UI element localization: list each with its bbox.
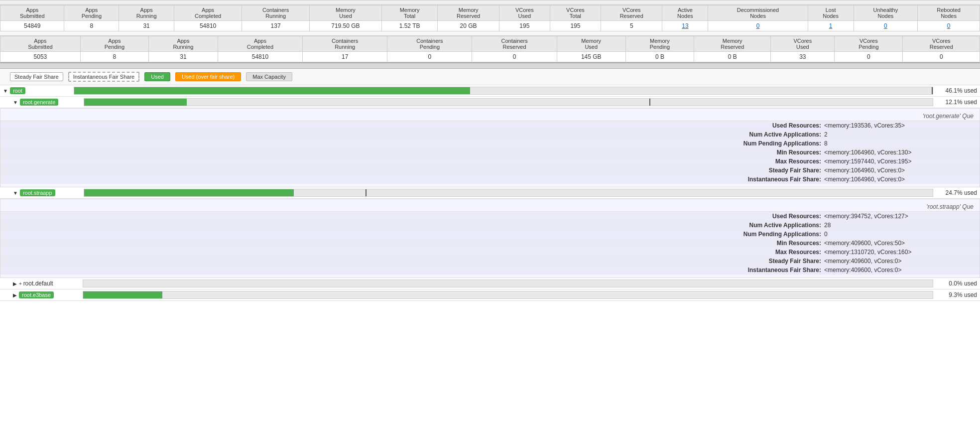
user-metrics-title — [0, 31, 980, 36]
user-col-header-4: ContainersRunning — [303, 36, 387, 52]
detail-row-2-2: Num Pending Applications:0 — [0, 230, 980, 239]
detail-val-2-4: <memory:1310720, vCores:160> — [824, 249, 974, 256]
cluster-col-header-12: DecommissionedNodes — [708, 5, 808, 21]
detail-val-2-2: 0 — [824, 231, 974, 238]
cluster-metrics-title — [0, 0, 980, 5]
user-col-header-2: AppsRunning — [149, 36, 218, 52]
legend-used-over: Used (over fair share) — [175, 72, 241, 81]
queue-row-0[interactable]: ▼root46.1% used — [0, 85, 980, 97]
detail-row-1-0: Used Resources:<memory:193536, vCores:35… — [0, 121, 980, 130]
cluster-col-val-1: 8 — [64, 21, 119, 31]
user-col-header-1: AppsPending — [80, 36, 148, 52]
cluster-col-header-8: VCoresUsed — [499, 5, 550, 21]
queue-percent-0: 46.1% used — [937, 87, 977, 94]
queue-row-4[interactable]: ▶root.e3base9.3% used — [0, 289, 980, 301]
cluster-col-header-3: AppsCompleted — [174, 5, 242, 21]
detail-row-1-6: Instantaneous Fair Share:<memory:1064960… — [0, 175, 980, 184]
detail-val-2-1: 28 — [824, 222, 974, 229]
cluster-col-header-15: RebootedNodes — [918, 5, 980, 21]
cluster-col-val-8: 195 — [499, 21, 550, 31]
user-col-val-9: 0 B — [694, 52, 771, 62]
queue-toggle-4[interactable]: ▶ — [13, 292, 17, 298]
cluster-col-val-10: 5 — [601, 21, 662, 31]
cluster-col-val-13: 1 — [808, 21, 854, 31]
link-val-14[interactable]: 0 — [884, 22, 887, 29]
cluster-col-header-13: LostNodes — [808, 5, 854, 21]
queue-row-1[interactable]: ▼root.generate12.1% used — [0, 97, 980, 108]
detail-row-1-3: Min Resources:<memory:1064960, vCores:13… — [0, 148, 980, 157]
user-col-val-7: 145 GB — [557, 52, 625, 62]
cluster-col-header-7: MemoryReserved — [438, 5, 499, 21]
detail-key-2-1: Num Active Applications: — [685, 222, 824, 229]
detail-row-2-6: Instantaneous Fair Share:<memory:409600,… — [0, 266, 980, 275]
user-col-header-12: VCoresReserved — [903, 36, 980, 52]
queue-name-4: root.e3base — [19, 291, 79, 298]
detail-val-1-1: 2 — [824, 131, 974, 138]
legend-used: Used — [144, 72, 170, 81]
cluster-col-val-14: 0 — [854, 21, 918, 31]
detail-val-2-6: <memory:409600, vCores:0> — [824, 267, 974, 274]
queue-name-3: + root.default — [19, 280, 79, 287]
user-col-header-5: ContainersPending — [387, 36, 472, 52]
cluster-col-header-10: VCoresReserved — [601, 5, 662, 21]
user-col-val-12: 0 — [903, 52, 980, 62]
legend-max-capacity: Max Capacity — [246, 72, 292, 81]
detail-key-1-4: Max Resources: — [685, 158, 824, 165]
queue-toggle-3[interactable]: ▶ — [13, 281, 17, 286]
user-col-val-5: 0 — [387, 52, 472, 62]
queue-bar-2 — [84, 189, 933, 197]
user-col-val-3: 54810 — [218, 52, 302, 62]
legend-instantaneous: Instantaneous Fair Share — [68, 72, 140, 82]
user-col-val-0: 5053 — [0, 52, 81, 62]
cluster-col-header-4: ContainersRunning — [242, 5, 310, 21]
detail-val-1-4: <memory:1597440, vCores:195> — [824, 158, 974, 165]
user-col-val-11: 0 — [835, 52, 903, 62]
link-val-12[interactable]: 0 — [756, 22, 760, 29]
queue-name-1: root.generate — [20, 99, 80, 106]
detail-key-2-0: Used Resources: — [685, 213, 824, 220]
user-metrics-table: AppsSubmittedAppsPendingAppsRunningAppsC… — [0, 36, 980, 62]
cluster-col-header-2: AppsRunning — [119, 5, 174, 21]
queue-bar-0 — [74, 87, 933, 95]
queue-percent-3: 0.0% used — [937, 280, 977, 287]
detail-key-1-5: Steady Fair Share: — [685, 167, 824, 174]
cluster-col-header-6: MemoryTotal — [381, 5, 438, 21]
cluster-col-val-15: 0 — [918, 21, 980, 31]
detail-row-2-4: Max Resources:<memory:1310720, vCores:16… — [0, 248, 980, 257]
cluster-col-val-2: 31 — [119, 21, 174, 31]
queue-toggle-0[interactable]: ▼ — [3, 88, 8, 94]
user-col-header-10: VCoresUsed — [771, 36, 835, 52]
queue-bar-3 — [83, 280, 933, 287]
detail-row-2-5: Steady Fair Share:<memory:409600, vCores… — [0, 257, 980, 266]
cluster-col-header-5: MemoryUsed — [310, 5, 382, 21]
detail-row-1-1: Num Active Applications:2 — [0, 130, 980, 139]
detail-key-2-3: Min Resources: — [685, 240, 824, 247]
detail-val-1-0: <memory:193536, vCores:35> — [824, 122, 974, 129]
queue-details-title-1: 'root.generate' Que — [0, 112, 980, 121]
queue-bar-used-0 — [74, 87, 470, 94]
queue-bar-used-1 — [84, 99, 187, 106]
cluster-col-header-1: AppsPending — [64, 5, 119, 21]
detail-row-1-5: Steady Fair Share:<memory:1064960, vCore… — [0, 166, 980, 175]
legend-steady: Steady Fair Share — [10, 72, 63, 81]
queue-details-title-2: 'root.straapp' Que — [0, 202, 980, 212]
queue-name-0: root — [10, 87, 70, 94]
queue-toggle-2[interactable]: ▼ — [13, 190, 18, 196]
queue-bar-4 — [83, 291, 933, 299]
user-col-header-0: AppsSubmitted — [0, 36, 81, 52]
queue-bar-used-4 — [83, 291, 162, 298]
queue-percent-2: 24.7% used — [937, 189, 977, 196]
cluster-col-header-14: UnhealthyNodes — [854, 5, 918, 21]
queue-toggle-1[interactable]: ▼ — [13, 100, 18, 105]
link-val-11[interactable]: 13 — [682, 22, 688, 29]
queue-row-2[interactable]: ▼root.straapp24.7% used — [0, 187, 980, 199]
link-val-15[interactable]: 0 — [947, 22, 951, 29]
cluster-metrics-table: AppsSubmittedAppsPendingAppsRunningAppsC… — [0, 5, 980, 31]
cluster-col-header-0: AppsSubmitted — [0, 5, 64, 21]
queue-details-2: 'root.straapp' QueUsed Resources:<memory… — [0, 199, 980, 278]
link-val-13[interactable]: 1 — [829, 22, 833, 29]
detail-row-2-3: Min Resources:<memory:409600, vCores:50> — [0, 239, 980, 248]
queue-row-3[interactable]: ▶+ root.default0.0% used — [0, 278, 980, 289]
detail-key-2-2: Num Pending Applications: — [685, 231, 824, 238]
user-col-val-10: 33 — [771, 52, 835, 62]
